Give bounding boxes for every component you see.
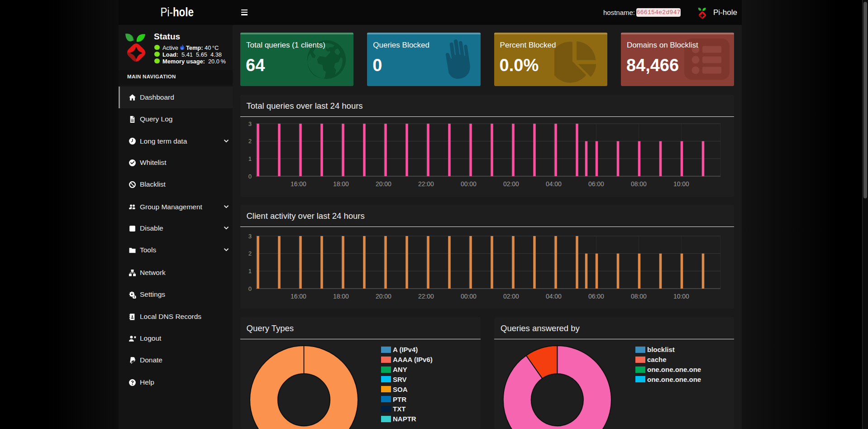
svg-text:06:00: 06:00	[588, 180, 604, 188]
svg-text:18:00: 18:00	[333, 180, 349, 188]
svg-text:2: 2	[248, 138, 252, 145]
svg-text:08:00: 08:00	[631, 293, 647, 300]
svg-text:1: 1	[248, 155, 252, 162]
svg-text:20:00: 20:00	[376, 293, 391, 300]
svg-text:04:00: 04:00	[546, 293, 562, 300]
svg-text:02:00: 02:00	[503, 293, 519, 300]
svg-text:00:00: 00:00	[461, 180, 477, 188]
svg-text:2: 2	[248, 250, 252, 257]
svg-text:10:00: 10:00	[673, 293, 689, 300]
svg-text:02:00: 02:00	[503, 180, 519, 188]
svg-text:18:00: 18:00	[333, 293, 349, 300]
svg-text:0: 0	[248, 285, 252, 292]
svg-text:08:00: 08:00	[631, 180, 647, 188]
svg-text:00:00: 00:00	[461, 293, 477, 300]
svg-text:04:00: 04:00	[546, 180, 562, 188]
svg-text:20:00: 20:00	[376, 180, 391, 188]
svg-text:22:00: 22:00	[418, 180, 434, 188]
svg-text:3: 3	[248, 233, 252, 240]
svg-text:0: 0	[248, 173, 252, 180]
svg-text:16:00: 16:00	[291, 293, 306, 300]
svg-text:3: 3	[248, 121, 252, 127]
svg-text:22:00: 22:00	[418, 293, 434, 300]
svg-text:10:00: 10:00	[673, 180, 689, 188]
svg-text:06:00: 06:00	[588, 293, 604, 300]
svg-text:1: 1	[248, 268, 252, 275]
svg-text:16:00: 16:00	[291, 180, 306, 188]
